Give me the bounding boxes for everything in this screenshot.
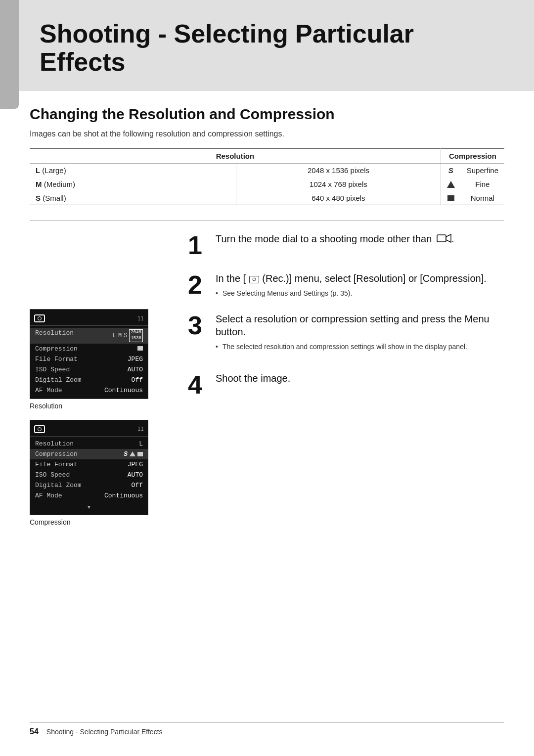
step-text-3: Select a resolution or compression setti…	[216, 312, 504, 338]
page-title: Shooting - Selecting Particular Effects	[40, 20, 504, 76]
row-label-digitalzoom: Digital Zoom	[35, 376, 82, 384]
res-label-bold-m: M	[36, 180, 42, 188]
row2-label-resolution: Resolution	[35, 440, 74, 447]
row-value-iso: AUTO	[128, 366, 143, 373]
page-footer: 54 Shooting - Selecting Particular Effec…	[30, 722, 504, 736]
comp-icon-superfine: S	[441, 164, 461, 178]
menu-row-fileformat: File Format JPEG	[30, 354, 148, 364]
rec-icon-inline	[249, 276, 259, 283]
row2-value-compression: S	[124, 450, 143, 458]
title-line2: Effects	[40, 47, 125, 76]
step-bullet-2: See Selecting Menus and Settings (p. 35)…	[216, 289, 504, 299]
caption-compression: Compression	[30, 518, 178, 526]
menu-row2-afmode: AF Mode Continuous	[30, 490, 148, 501]
cam-rec-icon2	[34, 425, 45, 433]
title-line1: Shooting - Selecting Particular	[40, 19, 414, 48]
step-3: 3 Select a resolution or compression set…	[188, 312, 504, 352]
step-number-3: 3	[188, 312, 208, 338]
main-content: Changing the Resolution and Compression …	[0, 91, 534, 555]
caption-resolution: Resolution	[30, 402, 178, 410]
compression-header: Compression	[441, 149, 504, 164]
menu-header-comp: 11	[30, 423, 148, 437]
comp-icon-fine	[441, 177, 461, 191]
menu-row-resolution: Resolution L M S 20481536	[30, 328, 148, 343]
menu-row-compression: Compression	[30, 344, 148, 354]
row2-value-iso: AUTO	[128, 471, 143, 479]
menu-row-afmode: AF Mode Continuous	[30, 385, 148, 396]
row-value-compression	[137, 345, 143, 353]
step-text-4: Shoot the image.	[216, 372, 504, 385]
row2-value-digitalzoom: Off	[132, 482, 143, 489]
menu-row2-digitalzoom: Digital Zoom Off	[30, 480, 148, 490]
divider	[30, 220, 504, 221]
row-label-resolution: Resolution	[35, 329, 74, 342]
step-text-2: In the [ (Rec.)] menu, select [Resolutio…	[216, 272, 504, 285]
res-value-medium: 1024 x 768 pixels	[236, 177, 441, 191]
res-label-bold: L	[36, 166, 40, 175]
left-col-screenshots: 11 Resolution L M S 20481536 Compression	[30, 232, 188, 535]
menu-row2-iso: ISO Speed AUTO	[30, 470, 148, 480]
comp-label-fine: Fine	[461, 177, 504, 191]
row-value-afmode: Continuous	[104, 387, 143, 394]
step-bullet-3: The selected resolution and compression …	[216, 342, 504, 352]
intro-text: Images can be shot at the following reso…	[30, 130, 504, 138]
row2-label-compression: Compression	[35, 450, 78, 458]
menu-row2-compression: Compression S	[30, 449, 148, 459]
step-number-4: 4	[188, 372, 208, 398]
footer-page-number: 54	[30, 727, 39, 736]
comp-icon-normal	[441, 191, 461, 205]
tab-num-res: 11	[137, 315, 144, 322]
menu-row2-fileformat: File Format JPEG	[30, 459, 148, 470]
section-title: Changing the Resolution and Compression	[30, 106, 504, 123]
menu-row2-resolution: Resolution L	[30, 439, 148, 449]
row2-label-iso: ISO Speed	[35, 471, 70, 479]
svg-marker-1	[446, 234, 451, 242]
menu-row-iso: ISO Speed AUTO	[30, 364, 148, 375]
resolution-compression-table: Resolution Compression L (Large) 2048 x …	[30, 148, 504, 205]
row2-value-resolution: L	[139, 440, 143, 447]
step-content-4: Shoot the image.	[216, 372, 504, 389]
comp-label-normal: Normal	[461, 191, 504, 205]
row2-value-afmode: Continuous	[104, 492, 143, 499]
right-col-steps: 1 Turn the mode dial to a shooting mode …	[188, 232, 504, 535]
step-1: 1 Turn the mode dial to a shooting mode …	[188, 232, 504, 258]
svg-rect-0	[437, 235, 446, 242]
row2-label-digitalzoom: Digital Zoom	[35, 482, 82, 489]
table-row: M (Medium) 1024 x 768 pixels Fine	[30, 177, 504, 191]
left-tab-decoration	[0, 0, 19, 109]
step-number-2: 2	[188, 272, 208, 298]
table-row: L (Large) 2048 x 1536 pixels S Superfine	[30, 164, 504, 178]
menu-row-digitalzoom: Digital Zoom Off	[30, 375, 148, 385]
scroll-indicator: ▼	[30, 501, 148, 512]
cam-rec-icon	[34, 314, 45, 322]
res-value-small: 640 x 480 pixels	[236, 191, 441, 205]
resolution-header: Resolution	[30, 149, 441, 164]
camera-menu-resolution: 11 Resolution L M S 20481536 Compression	[30, 309, 148, 399]
step-content-1: Turn the mode dial to a shooting mode ot…	[216, 232, 504, 250]
tab-num-comp: 11	[137, 426, 144, 432]
res-value-large: 2048 x 1536 pixels	[236, 164, 441, 178]
row-label-iso: ISO Speed	[35, 366, 70, 373]
row-value-resolution: L M S 20481536	[113, 329, 143, 342]
menu-header-res: 11	[30, 312, 148, 326]
row-label-fileformat: File Format	[35, 356, 78, 363]
row2-label-fileformat: File Format	[35, 461, 78, 468]
two-col-layout: 11 Resolution L M S 20481536 Compression	[30, 232, 504, 535]
row-label-compression: Compression	[35, 345, 78, 353]
row-value-digitalzoom: Off	[132, 376, 143, 384]
footer-page-text: Shooting - Selecting Particular Effects	[46, 728, 163, 736]
step-number-1: 1	[188, 232, 208, 258]
step-content-2: In the [ (Rec.)] menu, select [Resolutio…	[216, 272, 504, 299]
step-text-1: Turn the mode dial to a shooting mode ot…	[216, 232, 504, 246]
table-row: S (Small) 640 x 480 pixels Normal	[30, 191, 504, 205]
movie-icon	[437, 233, 451, 246]
comp-label-superfine: Superfine	[461, 164, 504, 178]
step-2: 2 In the [ (Rec.)] menu, select [Resolut…	[188, 272, 504, 299]
step-content-3: Select a resolution or compression setti…	[216, 312, 504, 352]
step1-spacer	[30, 232, 178, 309]
camera-menu-compression: 11 Resolution L Compression S File Forma…	[30, 420, 148, 515]
step-4: 4 Shoot the image.	[188, 372, 504, 398]
header-section: Shooting - Selecting Particular Effects	[0, 0, 534, 91]
row2-value-fileformat: JPEG	[128, 461, 143, 468]
res-label-bold-s: S	[36, 194, 41, 202]
